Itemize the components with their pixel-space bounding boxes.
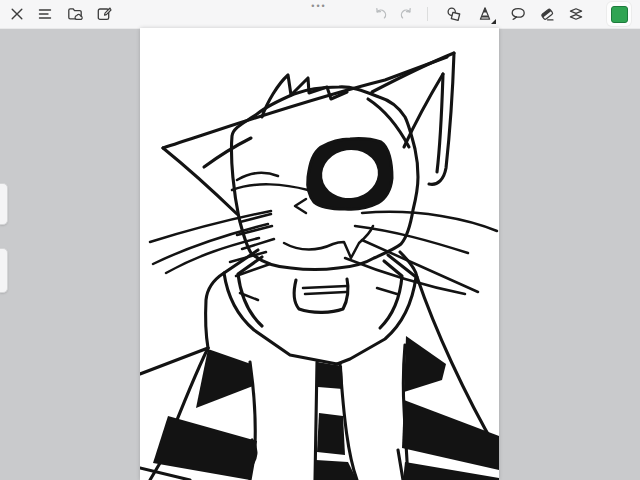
menu-icon bbox=[37, 6, 53, 22]
redo-icon bbox=[399, 7, 414, 22]
undo-button[interactable] bbox=[368, 2, 392, 26]
overflow-menu-button[interactable]: ••• bbox=[302, 0, 336, 13]
pen-tool-button[interactable] bbox=[473, 2, 497, 26]
color-swatch bbox=[611, 6, 628, 23]
pen-flyout-corner-icon bbox=[491, 19, 496, 24]
lasso-icon bbox=[510, 6, 526, 22]
shapes-icon bbox=[446, 6, 462, 22]
layers-button[interactable] bbox=[564, 2, 588, 26]
folder-cloud-icon bbox=[67, 6, 83, 22]
close-icon bbox=[9, 6, 25, 22]
eraser-icon bbox=[539, 6, 555, 22]
toolbar-separator bbox=[427, 7, 428, 21]
close-button[interactable] bbox=[5, 2, 29, 26]
eraser-tool-button[interactable] bbox=[535, 2, 559, 26]
layers-icon bbox=[568, 6, 584, 22]
menu-button[interactable] bbox=[33, 2, 57, 26]
left-panel-handle-2[interactable] bbox=[0, 248, 8, 293]
app-window: ••• bbox=[0, 0, 640, 480]
lasso-select-button[interactable] bbox=[506, 2, 530, 26]
open-file-button[interactable] bbox=[63, 2, 87, 26]
new-sketch-button[interactable] bbox=[92, 2, 116, 26]
canvas-drawing bbox=[140, 28, 499, 480]
redo-button[interactable] bbox=[394, 2, 418, 26]
shapes-tool-button[interactable] bbox=[442, 2, 466, 26]
toolbar: ••• bbox=[0, 0, 640, 29]
left-panel-handle-1[interactable] bbox=[0, 183, 8, 225]
compose-icon bbox=[96, 6, 112, 22]
undo-icon bbox=[373, 7, 388, 22]
color-swatch-button[interactable] bbox=[607, 2, 631, 26]
drawing-canvas[interactable] bbox=[140, 28, 499, 480]
